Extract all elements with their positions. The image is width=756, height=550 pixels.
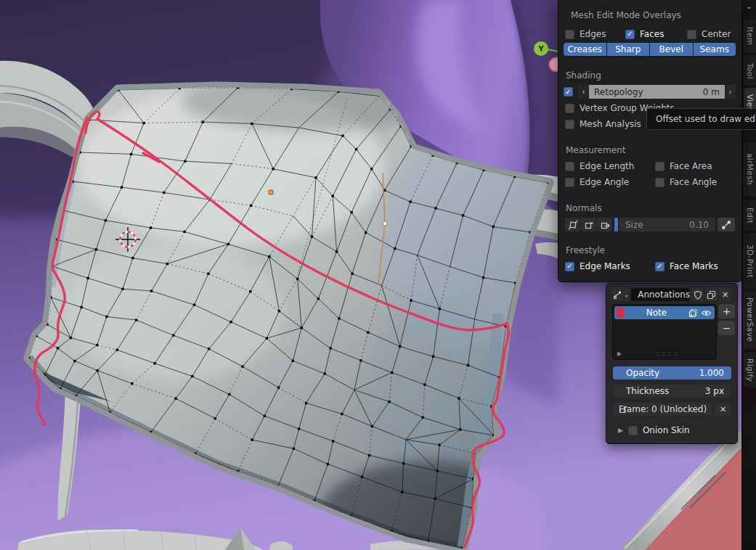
sidebar-tab-edit[interactable]: Edit — [744, 200, 756, 231]
collapse-chevron-icon[interactable]: ⌄ — [742, 0, 756, 12]
mesh-analysis-checkbox[interactable]: Mesh Analysis — [565, 119, 641, 129]
vertex-normals-icon[interactable] — [565, 218, 580, 231]
seams-button[interactable]: Seams — [694, 43, 736, 56]
remove-layer-button[interactable]: − — [718, 321, 735, 335]
sidebar-tab-strip: ⌄ Item Tool View airMesh Edit 3D-Print P… — [741, 0, 756, 550]
faces-checkbox[interactable]: ✓ Faces — [625, 29, 664, 39]
face-angle-checkbox[interactable]: Face Angle — [655, 177, 717, 187]
check-icon[interactable]: ✓ — [565, 262, 574, 271]
checkbox-box[interactable] — [565, 120, 574, 129]
slider-right-arrow[interactable]: › — [725, 85, 736, 99]
normals-row: Size 0.10 — [565, 218, 736, 231]
layer-row-note[interactable]: Note — [614, 306, 715, 319]
thickness-slider[interactable]: Thickness 3 px — [613, 385, 731, 398]
checkbox-box[interactable] — [565, 178, 574, 187]
retopology-label: Retopology — [589, 87, 703, 97]
face-area-checkbox[interactable]: Face Area — [655, 161, 712, 171]
checkbox-box[interactable] — [687, 30, 696, 39]
shading-label: Shading — [566, 70, 601, 81]
checkbox-box[interactable] — [655, 162, 664, 171]
edge-length-checkbox[interactable]: Edge Length — [565, 161, 634, 171]
normals-active-indicator — [614, 218, 618, 231]
sidebar-tab-airmesh[interactable]: airMesh — [744, 142, 756, 197]
slider-left-arrow[interactable]: ‹ — [578, 85, 589, 99]
unlock-icon — [619, 405, 627, 414]
axis-y-label: Y — [537, 45, 544, 53]
popover-title: Mesh Edit Mode Overlays — [571, 10, 681, 20]
resize-grip[interactable]: : : : : — [622, 350, 712, 357]
sidebar-tab-rigify[interactable]: Rigify — [744, 353, 756, 387]
freestyle-label: Freestyle — [566, 245, 605, 255]
edge-mark-toggles: Creases Sharp Bevel Seams — [564, 43, 736, 56]
annotation-layer-list[interactable]: Note ▶ : : : : — [612, 304, 717, 360]
checkbox-box[interactable] — [655, 178, 664, 187]
normals-label: Normals — [566, 203, 602, 213]
active-vertex[interactable] — [269, 190, 273, 194]
sidebar-tab-tool[interactable]: Tool — [744, 56, 756, 86]
overlays-popover: Mesh Edit Mode Overlays Edges ✓ Faces Ce… — [558, 0, 742, 282]
center-checkbox[interactable]: Center — [687, 29, 731, 39]
onion-skin-label: Onion Skin — [643, 425, 690, 435]
fake-user-shield-icon[interactable] — [691, 288, 704, 301]
opacity-slider[interactable]: Opacity 1.000 — [613, 366, 731, 379]
retopology-row: ✓ ‹ Retopology 0 m › — [564, 85, 736, 99]
check-icon[interactable]: ✓ — [655, 262, 664, 271]
retopology-value: 0 m — [703, 87, 725, 97]
new-copy-icon[interactable] — [705, 288, 718, 301]
annotation-datablock-icon[interactable]: ⌄ — [612, 288, 630, 301]
onion-skin-row: ▶ Onion Skin — [618, 425, 690, 435]
layer-name[interactable]: Note — [627, 308, 686, 318]
blender-3d-viewport: Y Mesh Edit Mode Overlays Edges ✓ Faces … — [0, 0, 756, 550]
sidebar-tab-powersave[interactable]: PowerSave — [744, 291, 756, 349]
annotation-header: ⌄ Annotations ✕ — [612, 288, 731, 301]
onion-skin-checkbox[interactable] — [628, 426, 638, 435]
layer-add-remove: + − — [718, 304, 735, 335]
measurement-label: Measurement — [566, 145, 625, 155]
creases-button[interactable]: Creases — [564, 43, 606, 56]
sidebar-tab-3d-print[interactable]: 3D-Print — [744, 233, 756, 289]
constant-screen-size-icon[interactable] — [718, 218, 735, 231]
check-icon[interactable]: ✓ — [625, 30, 635, 39]
face-normals-icon[interactable] — [597, 218, 612, 231]
checkbox-box[interactable] — [565, 104, 574, 113]
expander-chevron-icon[interactable]: ▶ — [618, 427, 623, 434]
bevel-button[interactable]: Bevel — [650, 43, 693, 56]
tooltip: Offset used to draw edit m — [646, 108, 756, 130]
selected-vertex[interactable] — [383, 221, 387, 226]
unlink-close-icon[interactable]: ✕ — [719, 288, 731, 301]
add-layer-button[interactable]: + — [718, 304, 735, 319]
frame-lock-button[interactable]: Frame: 0 (Unlocked) — [613, 403, 712, 416]
edge-angle-checkbox[interactable]: Edge Angle — [565, 177, 629, 187]
annotations-panel: ⌄ Annotations ✕ Note — [606, 283, 738, 444]
layer-list-footer: ▶ : : : : — [617, 349, 712, 358]
frame-clear-icon[interactable]: ✕ — [715, 403, 731, 416]
split-normals-icon[interactable] — [581, 218, 596, 231]
sidebar-tab-item[interactable]: Item — [744, 20, 756, 53]
edge-marks-checkbox[interactable]: ✓ Edge Marks — [565, 261, 630, 271]
normals-size-slider[interactable]: Size 0.10 — [619, 218, 715, 231]
retopology-slider[interactable]: ‹ Retopology 0 m › — [578, 85, 736, 99]
annotation-name-field[interactable]: Annotations — [631, 288, 690, 301]
frame-row: Frame: 0 (Unlocked) ✕ — [613, 403, 731, 416]
onion-skin-icon[interactable] — [688, 308, 698, 318]
chevron-down-icon: ⌄ — [624, 292, 629, 298]
checkbox-box[interactable] — [565, 162, 574, 171]
tooltip-text: Offset used to draw edit m — [656, 114, 756, 124]
edges-checkbox[interactable]: Edges — [565, 29, 606, 39]
sharp-button[interactable]: Sharp — [607, 43, 650, 56]
eye-icon[interactable] — [701, 309, 712, 317]
retopology-checkbox[interactable]: ✓ — [564, 87, 573, 97]
layer-color-swatch[interactable] — [617, 308, 625, 318]
face-marks-checkbox[interactable]: ✓ Face Marks — [655, 261, 718, 271]
checkbox-box[interactable] — [565, 30, 574, 39]
